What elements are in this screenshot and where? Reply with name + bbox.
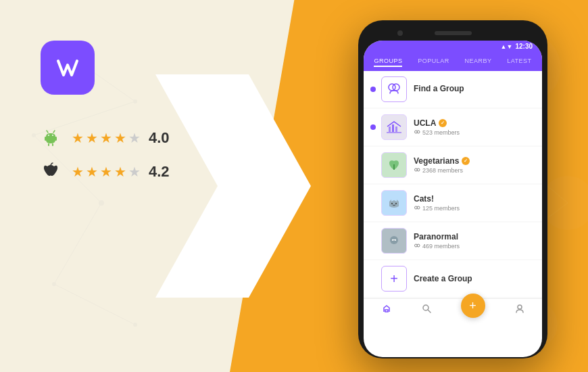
group-members-paranormal: 469 members <box>414 243 535 250</box>
svg-rect-30 <box>52 143 53 146</box>
svg-rect-23 <box>45 137 47 141</box>
group-item-vegetarians[interactable]: Vegetarians ✓ 2368 members <box>364 147 542 183</box>
svg-point-53 <box>518 305 522 309</box>
tab-groups[interactable]: GROUPS <box>374 57 402 67</box>
bottom-nav-profile[interactable] <box>514 303 525 318</box>
create-group-item[interactable]: + Create a Group <box>364 260 542 297</box>
svg-point-42 <box>395 203 397 204</box>
svg-line-27 <box>47 131 48 133</box>
svg-rect-35 <box>395 126 397 132</box>
group-members-cats: 125 members <box>414 205 535 212</box>
phone-tab-bar: GROUPS POPULAR NEARBY LATEST <box>364 52 542 71</box>
apple-icon <box>41 162 61 181</box>
group-thumb-find <box>381 76 407 102</box>
app-icon-svg <box>53 53 83 83</box>
group-item-cats[interactable]: Cats! 125 members <box>364 185 542 221</box>
create-icon: + <box>381 266 407 292</box>
create-label: Create a Group <box>414 274 472 283</box>
group-thumb-cats <box>381 190 407 216</box>
tab-popular[interactable]: POPULAR <box>418 57 449 67</box>
svg-rect-33 <box>389 126 391 132</box>
apple-stars: ★ ★ ★ ★ ★ <box>72 164 141 180</box>
bottom-nav: + <box>364 298 542 322</box>
group-members-vegetarians: 2368 members <box>414 167 535 174</box>
svg-line-52 <box>428 310 431 312</box>
group-item-paranormal[interactable]: Paranormal 469 members <box>364 223 542 259</box>
group-name-paranormal: Paranormal <box>414 232 535 241</box>
verified-badge-ucla: ✓ <box>439 119 447 127</box>
group-list: Find a Group <box>364 71 542 298</box>
svg-point-25 <box>48 135 49 136</box>
phone-mockup: ▲▼ 12:30 GROUPS POPULAR NEARBY LATEST <box>358 20 547 358</box>
bottom-nav-fab[interactable]: + <box>461 303 485 318</box>
svg-rect-34 <box>392 124 394 132</box>
apple-rating-row: ★ ★ ★ ★ ★ 4.2 <box>41 162 170 181</box>
group-name-cats: Cats! <box>414 194 535 204</box>
tab-latest[interactable]: LATEST <box>507 57 531 67</box>
android-rating-value: 4.0 <box>149 129 170 147</box>
svg-point-41 <box>391 203 393 204</box>
group-thumb-paranormal <box>381 228 407 254</box>
group-item-find[interactable]: Find a Group <box>364 71 542 108</box>
group-item-ucla[interactable]: UCLA ✓ 523 members <box>364 109 542 145</box>
app-icon <box>41 41 95 95</box>
group-name-ucla: UCLA ✓ <box>414 118 535 128</box>
svg-point-32 <box>393 84 399 91</box>
group-info-paranormal: Paranormal 469 members <box>414 232 535 250</box>
android-rating-row: ★ ★ ★ ★ ★ 4.0 <box>41 129 170 147</box>
group-name-find: Find a Group <box>414 84 535 93</box>
svg-rect-36 <box>387 132 401 133</box>
svg-rect-50 <box>385 310 388 312</box>
tab-nearby[interactable]: NEARBY <box>464 57 491 67</box>
group-dot-ucla <box>370 124 376 130</box>
verified-badge-veg: ✓ <box>462 157 470 165</box>
group-dot-find <box>370 87 376 92</box>
group-info-vegetarians: Vegetarians ✓ 2368 members <box>414 156 535 174</box>
android-icon <box>41 129 61 147</box>
apple-rating-value: 4.2 <box>149 163 170 181</box>
svg-rect-29 <box>48 143 49 146</box>
phone-speaker <box>435 31 472 35</box>
group-members-ucla: 523 members <box>414 129 535 136</box>
group-info-ucla: UCLA ✓ 523 members <box>414 118 535 136</box>
svg-rect-24 <box>55 137 57 141</box>
svg-point-47 <box>395 239 396 241</box>
status-bar: ▲▼ 12:30 <box>364 41 542 52</box>
svg-line-28 <box>53 131 55 133</box>
phone-camera <box>397 30 403 36</box>
left-content: ★ ★ ★ ★ ★ 4.0 ★ ★ ★ ★ ★ 4.2 <box>41 41 170 196</box>
phone-screen: ▲▼ 12:30 GROUPS POPULAR NEARBY LATEST <box>364 41 542 357</box>
group-thumb-ucla <box>381 114 407 140</box>
group-name-vegetarians: Vegetarians ✓ <box>414 156 535 166</box>
fab-button[interactable]: + <box>461 294 485 318</box>
status-time: 12:30 <box>515 43 533 50</box>
android-stars: ★ ★ ★ ★ ★ <box>72 130 141 146</box>
phone-outer: ▲▼ 12:30 GROUPS POPULAR NEARBY LATEST <box>358 20 547 358</box>
bottom-nav-home[interactable] <box>381 303 392 318</box>
signal-icon: ▲▼ <box>501 43 513 50</box>
svg-point-46 <box>392 239 393 241</box>
group-info-find: Find a Group <box>414 84 535 95</box>
phone-notch <box>364 26 542 41</box>
group-thumb-vegetarians <box>381 152 407 178</box>
bottom-nav-search[interactable] <box>421 303 432 318</box>
group-info-cats: Cats! 125 members <box>414 194 535 212</box>
svg-point-26 <box>52 135 53 136</box>
